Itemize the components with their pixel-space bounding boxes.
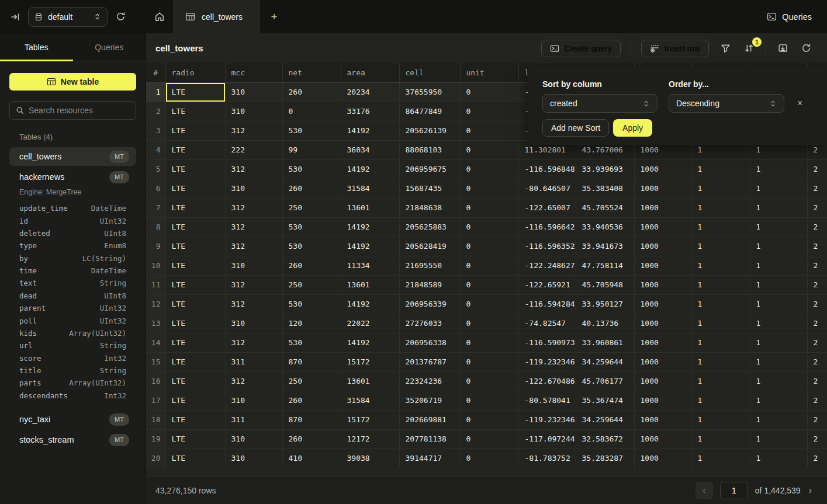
- grid-cell[interactable]: 1000: [634, 237, 691, 256]
- grid-cell[interactable]: 870: [282, 352, 341, 371]
- row-number[interactable]: 1: [146, 82, 165, 102]
- grid-cell[interactable]: 312: [225, 294, 282, 314]
- grid-cell[interactable]: -119.232346: [518, 352, 576, 371]
- sidebar-table-item-stocks_stream[interactable]: stocks_streamMT: [9, 430, 136, 449]
- grid-cell[interactable]: LTE: [165, 275, 225, 294]
- grid-cell[interactable]: 205628419: [399, 237, 460, 256]
- page-number-input[interactable]: [720, 482, 748, 499]
- grid-cell[interactable]: LTE: [165, 371, 225, 391]
- grid-cell[interactable]: 1: [750, 449, 807, 468]
- grid-cell[interactable]: 1: [750, 237, 807, 256]
- row-number[interactable]: 7: [146, 198, 165, 217]
- grid-cell[interactable]: 35.283287: [576, 449, 634, 468]
- grid-cell[interactable]: 260: [282, 256, 341, 275]
- grid-cell[interactable]: 260: [282, 429, 341, 449]
- grid-cell[interactable]: 13601: [341, 371, 399, 391]
- grid-cell[interactable]: 1: [750, 294, 807, 314]
- grid-cell[interactable]: -116.594284: [518, 294, 576, 314]
- grid-cell[interactable]: 312: [225, 217, 282, 237]
- grid-cell[interactable]: 33.939693: [576, 159, 634, 179]
- grid-cell[interactable]: 1000: [634, 198, 691, 217]
- grid-cell[interactable]: 1: [750, 333, 807, 352]
- grid-cell[interactable]: 1000: [634, 256, 691, 275]
- row-number[interactable]: 14: [146, 333, 165, 352]
- prev-page-button[interactable]: ‹: [695, 482, 713, 499]
- grid-cell[interactable]: 0: [460, 198, 518, 217]
- grid-cell[interactable]: LTE: [165, 198, 225, 217]
- grid-cell[interactable]: 15172: [341, 352, 399, 371]
- sort-column-select[interactable]: created: [542, 94, 658, 113]
- grid-cell[interactable]: LTE: [165, 429, 225, 449]
- grid-cell[interactable]: 0: [282, 102, 341, 121]
- grid-cell[interactable]: -116.596642: [518, 217, 576, 237]
- grid-cell[interactable]: 1: [691, 333, 750, 352]
- grid-cell[interactable]: 33.940536: [576, 217, 634, 237]
- grid-cell[interactable]: LTE: [165, 179, 225, 198]
- row-number[interactable]: 6: [146, 179, 165, 198]
- grid-cell[interactable]: 250: [282, 371, 341, 391]
- new-tab-button[interactable]: +: [260, 0, 288, 33]
- grid-cell[interactable]: 0: [460, 410, 518, 429]
- grid-cell[interactable]: 2: [807, 159, 827, 179]
- grid-cell[interactable]: 86477849: [399, 102, 460, 121]
- grid-cell[interactable]: 310: [225, 102, 282, 121]
- refresh-icon[interactable]: [116, 12, 126, 22]
- row-number[interactable]: 13: [146, 314, 165, 333]
- grid-cell[interactable]: 530: [282, 237, 341, 256]
- next-page-button[interactable]: ›: [808, 485, 813, 496]
- grid-cell[interactable]: 1: [750, 371, 807, 391]
- grid-cell[interactable]: -116.596352: [518, 237, 576, 256]
- grid-cell[interactable]: LTE: [165, 294, 225, 314]
- sort-button[interactable]: 1: [742, 43, 756, 53]
- grid-cell[interactable]: 1: [691, 449, 750, 468]
- grid-cell[interactable]: 35206719: [399, 391, 460, 410]
- database-selector[interactable]: default: [28, 7, 108, 27]
- grid-cell[interactable]: 120: [282, 314, 341, 333]
- grid-cell[interactable]: 32.583672: [576, 429, 634, 449]
- grid-cell[interactable]: 13601: [341, 275, 399, 294]
- sidebar-collapse-icon[interactable]: [11, 12, 20, 22]
- grid-cell[interactable]: 310: [225, 82, 282, 102]
- grid-cell[interactable]: 2: [807, 217, 827, 237]
- grid-cell[interactable]: 21695550: [399, 256, 460, 275]
- row-number[interactable]: 10: [146, 256, 165, 275]
- grid-cell[interactable]: -117.097244: [518, 429, 576, 449]
- row-number[interactable]: 2: [146, 102, 165, 121]
- grid-cell[interactable]: 310: [225, 429, 282, 449]
- column-header[interactable]: cell: [399, 63, 460, 82]
- grid-cell[interactable]: 202669881: [399, 410, 460, 429]
- grid-cell[interactable]: 1: [691, 198, 750, 217]
- row-number[interactable]: 15: [146, 352, 165, 371]
- grid-cell[interactable]: -116.596848: [518, 159, 576, 179]
- grid-cell[interactable]: 1000: [634, 314, 691, 333]
- grid-cell[interactable]: 1: [750, 352, 807, 371]
- grid-cell[interactable]: 33.950127: [576, 294, 634, 314]
- grid-cell[interactable]: 312: [225, 159, 282, 179]
- grid-cell[interactable]: 88068103: [399, 140, 460, 159]
- grid-cell[interactable]: 1000: [634, 159, 691, 179]
- sidebar-table-item-cell_towers[interactable]: cell_towersMT: [9, 147, 136, 166]
- new-table-button[interactable]: New table: [9, 73, 136, 91]
- grid-cell[interactable]: 1: [691, 391, 750, 410]
- grid-cell[interactable]: 0: [460, 275, 518, 294]
- grid-cell[interactable]: 311: [225, 352, 282, 371]
- grid-cell[interactable]: -80.646507: [518, 179, 576, 198]
- grid-cell[interactable]: -80.578041: [518, 391, 576, 410]
- grid-cell[interactable]: 312: [225, 237, 282, 256]
- search-input[interactable]: [29, 106, 130, 115]
- grid-cell[interactable]: 2: [807, 410, 827, 429]
- grid-cell[interactable]: 1: [691, 371, 750, 391]
- create-query-button[interactable]: Create query: [541, 40, 621, 57]
- grid-cell[interactable]: 206956339: [399, 294, 460, 314]
- grid-cell[interactable]: 222: [225, 140, 282, 159]
- grid-cell[interactable]: 2: [807, 391, 827, 410]
- row-number-header[interactable]: #: [146, 63, 165, 82]
- row-number[interactable]: 17: [146, 391, 165, 410]
- add-new-sort-button[interactable]: Add new Sort: [542, 119, 609, 137]
- grid-cell[interactable]: 1: [750, 198, 807, 217]
- row-number[interactable]: 8: [146, 217, 165, 237]
- grid-cell[interactable]: 0: [460, 237, 518, 256]
- grid-cell[interactable]: LTE: [165, 256, 225, 275]
- grid-cell[interactable]: 1: [750, 159, 807, 179]
- grid-cell[interactable]: 410: [282, 449, 341, 468]
